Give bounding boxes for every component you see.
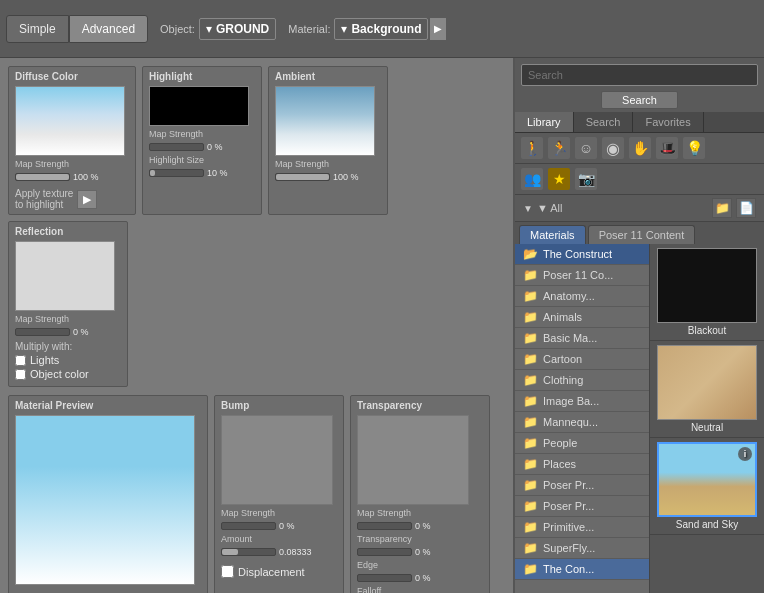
apply-texture-btn[interactable]: Apply textureto highlight ▶ <box>15 188 129 210</box>
ambient-slider-track[interactable] <box>275 173 330 181</box>
add-folder-button[interactable]: 📁 <box>712 198 732 218</box>
amount-slider-track[interactable] <box>221 548 276 556</box>
transparency-preview[interactable] <box>357 415 469 505</box>
folder-icon: 📁 <box>523 499 538 513</box>
object-color-checkbox[interactable] <box>15 369 26 380</box>
tab-materials[interactable]: Materials <box>519 225 586 244</box>
edge-slider-track[interactable] <box>357 574 412 582</box>
folder-item[interactable]: 📁Clothing <box>515 370 649 391</box>
folder-item[interactable]: 📁Primitive... <box>515 517 649 538</box>
folder-icon: 📁 <box>523 478 538 492</box>
thumbnail-item[interactable]: Neutral <box>650 341 764 438</box>
thumbnail-item[interactable]: Blackout <box>650 244 764 341</box>
highlight-preview[interactable] <box>149 86 249 126</box>
bottom-sections: Material Preview Bump Map Strength 0 % A… <box>8 395 505 593</box>
search-button[interactable]: Search <box>601 91 678 109</box>
folder-item[interactable]: 📁Poser 11 Co... <box>515 265 649 286</box>
all-label: ▼ All <box>537 202 563 214</box>
highlight-size-label: Highlight Size <box>149 155 204 165</box>
icon-row-1: 🚶 🏃 ☺ ◉ ✋ 🎩 💡 <box>515 133 764 164</box>
displacement-row: Displacement <box>221 565 337 578</box>
apply-texture-arrow[interactable]: ▶ <box>77 190 97 209</box>
folder-item[interactable]: 📁SuperFly... <box>515 538 649 559</box>
active-folder-icon: 📂 <box>523 247 538 261</box>
material-select[interactable]: ▾ Background <box>334 18 428 40</box>
tab-advanced[interactable]: Advanced <box>69 15 148 43</box>
tab-search[interactable]: Search <box>574 112 634 132</box>
edge-label-row: Edge <box>357 560 483 570</box>
transparency-map-label-row: Map Strength <box>357 508 483 518</box>
tab-library[interactable]: Library <box>515 112 574 132</box>
diffuse-preview[interactable] <box>15 86 125 156</box>
folder-item[interactable]: 📁Places <box>515 454 649 475</box>
bump-preview[interactable] <box>221 415 333 505</box>
star-icon[interactable]: ★ <box>548 168 570 190</box>
falloff-label: Falloff <box>357 586 412 593</box>
material-value: Background <box>351 22 421 36</box>
add-item-button[interactable]: 📄 <box>736 198 756 218</box>
folder-icon: 📁 <box>523 541 538 555</box>
tab-simple[interactable]: Simple <box>6 15 69 43</box>
tab-poser-content[interactable]: Poser 11 Content <box>588 225 696 244</box>
ambient-map-label: Map Strength <box>275 159 330 169</box>
multiply-label: Multiply with: <box>15 341 121 352</box>
ambient-slider: 100 % <box>275 172 381 182</box>
face-icon[interactable]: ☺ <box>575 137 597 159</box>
diffuse-slider: 100 % <box>15 172 129 182</box>
transparency-val-track[interactable] <box>357 548 412 556</box>
walk-icon[interactable]: 🏃 <box>548 137 570 159</box>
light-icon[interactable]: 💡 <box>683 137 705 159</box>
transparency-section: Transparency Map Strength 0 % Transparen… <box>350 395 490 593</box>
folder-item[interactable]: 📁The Con... <box>515 559 649 580</box>
folder-icon: 📁 <box>523 373 538 387</box>
diffuse-section: Diffuse Color Map Strength 100 % Apply t… <box>8 66 136 215</box>
ambient-preview[interactable] <box>275 86 375 156</box>
folder-item[interactable]: 📁Poser Pr... <box>515 475 649 496</box>
folder-item[interactable]: 📁People <box>515 433 649 454</box>
search-input[interactable] <box>521 64 758 86</box>
ambient-slider-label-row: Map Strength <box>275 159 381 169</box>
reflection-slider-label-row: Map Strength <box>15 314 121 324</box>
folder-item[interactable]: 📁Animals <box>515 307 649 328</box>
group-icon[interactable]: 👥 <box>521 168 543 190</box>
reflection-section: Reflection Map Strength 0 % Multiply wit… <box>8 221 128 387</box>
active-folder-header[interactable]: 📂 The Construct <box>515 244 649 265</box>
highlight-section: Highlight Map Strength 0 % Highlight Siz… <box>142 66 262 215</box>
lights-checkbox[interactable] <box>15 355 26 366</box>
folder-item[interactable]: 📁Cartoon <box>515 349 649 370</box>
thumbnail-image: i <box>657 442 757 517</box>
transparency-map-slider: 0 % <box>357 521 483 531</box>
reflection-preview[interactable] <box>15 241 115 311</box>
camera-icon[interactable]: 📷 <box>575 168 597 190</box>
displacement-checkbox[interactable] <box>221 565 234 578</box>
folder-icon: 📁 <box>523 310 538 324</box>
folder-item[interactable]: 📁Mannequ... <box>515 412 649 433</box>
all-arrow: ▼ <box>523 203 533 214</box>
object-select[interactable]: ▾ GROUND <box>199 18 276 40</box>
folder-item[interactable]: 📁Anatomy... <box>515 286 649 307</box>
highlight-size-track[interactable] <box>149 169 204 177</box>
hat-icon[interactable]: 🎩 <box>656 137 678 159</box>
folder-label: Primitive... <box>543 521 594 533</box>
bump-title: Bump <box>221 400 337 411</box>
tab-favorites[interactable]: Favorites <box>633 112 703 132</box>
figure-icon[interactable]: 🚶 <box>521 137 543 159</box>
head-icon[interactable]: ◉ <box>602 137 624 159</box>
hand-icon[interactable]: ✋ <box>629 137 651 159</box>
folder-item[interactable]: 📁Poser Pr... <box>515 496 649 517</box>
reflection-slider-track[interactable] <box>15 328 70 336</box>
bump-slider-track[interactable] <box>221 522 276 530</box>
folder-item[interactable]: 📁Image Ba... <box>515 391 649 412</box>
folder-item[interactable]: 📁Basic Ma... <box>515 328 649 349</box>
highlight-slider-track[interactable] <box>149 143 204 151</box>
top-bar: Simple Advanced Object: ▾ GROUND Materia… <box>0 0 764 58</box>
amount-val: 0.08333 <box>279 547 312 557</box>
thumbnail-image <box>657 248 757 323</box>
folder-label: Poser Pr... <box>543 500 594 512</box>
material-next-button[interactable]: ▶ <box>430 18 446 40</box>
object-color-row: Object color <box>15 368 121 380</box>
thumbnail-item[interactable]: iSand and Sky <box>650 438 764 535</box>
ambient-slider-val: 100 % <box>333 172 361 182</box>
diffuse-slider-track[interactable] <box>15 173 70 181</box>
transparency-map-track[interactable] <box>357 522 412 530</box>
